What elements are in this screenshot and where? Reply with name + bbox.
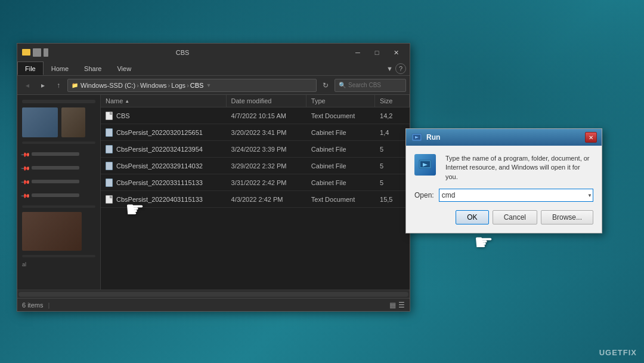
file-type-cell: Cabinet File — [306, 179, 375, 186]
file-size-cell: 5 — [375, 146, 410, 153]
sidebar-label-al: al — [17, 260, 100, 269]
help-icon[interactable]: ? — [395, 63, 406, 74]
path-logs: Logs — [171, 82, 185, 89]
file-date-cell: 3/31/2022 2:42 PM — [227, 179, 306, 186]
run-body: Type the name of a program, folder, docu… — [406, 146, 602, 233]
sidebar-pin-item-3[interactable]: 📌 — [22, 175, 95, 188]
col-header-type[interactable]: Type — [306, 95, 375, 107]
sidebar: 📌 📌 📌 📌 — [17, 95, 101, 290]
horizontal-scrollbar[interactable] — [17, 290, 410, 298]
file-type-cell: Cabinet File — [306, 162, 375, 170]
run-app-icon — [414, 154, 436, 176]
status-bar: 6 items | ▦ ☰ — [17, 298, 410, 311]
cancel-button[interactable]: Cancel — [493, 210, 537, 224]
folder-small-icon: 📁 — [72, 82, 78, 88]
search-box: 🔍 — [335, 79, 406, 92]
table-row[interactable]: CbsPersist_20220329114032 3/29/2022 2:32… — [101, 158, 410, 174]
watermark: UGETFIX — [599, 348, 637, 357]
run-dialog-title: Run — [426, 133, 581, 141]
sidebar-thumbnail-2 — [61, 107, 85, 137]
cab-icon — [106, 179, 113, 187]
file-type-cell: Cabinet File — [306, 129, 375, 136]
col-header-size[interactable]: Size — [375, 95, 410, 107]
tab-share[interactable]: Share — [76, 61, 109, 75]
sidebar-section-1 — [22, 100, 95, 103]
tab-home[interactable]: Home — [44, 61, 76, 75]
main-area: 📌 📌 📌 📌 — [17, 95, 410, 290]
file-type-cell: Cabinet File — [306, 146, 375, 153]
sidebar-section-2 — [22, 141, 95, 144]
title-bar: CBS ─ □ ✕ — [17, 44, 410, 61]
folder-icon — [22, 49, 30, 56]
file-name-cell: CBS — [101, 112, 227, 120]
txt-icon — [106, 195, 113, 204]
file-size-cell: 5 — [375, 162, 410, 170]
item-count: 6 items — [22, 302, 43, 309]
file-date-cell: 4/7/2022 10:15 AM — [227, 112, 306, 119]
col-header-date[interactable]: Date modified — [227, 95, 306, 107]
sidebar-pin-item-2[interactable]: 📌 — [22, 161, 95, 174]
maximize-button[interactable]: □ — [368, 47, 386, 59]
file-size-cell: 15,5 — [375, 196, 410, 203]
tab-view[interactable]: View — [109, 61, 139, 75]
detail-view-icon[interactable]: ☰ — [398, 301, 405, 309]
cursor-hand-dialog: ☛ — [474, 230, 493, 255]
address-bar: ◂ ▸ ↑ 📁 Windows-SSD (C:) › Windows › Log… — [17, 76, 410, 95]
close-button[interactable]: ✕ — [387, 47, 405, 59]
back-button[interactable]: ◂ — [21, 79, 34, 92]
window-controls: ─ □ ✕ — [349, 47, 405, 59]
sidebar-pin-item-1[interactable]: 📌 — [22, 147, 95, 161]
run-input-wrap: ▼ — [439, 189, 593, 202]
run-close-button[interactable]: ✕ — [585, 132, 597, 143]
path-cbs: CBS — [190, 82, 204, 89]
file-name-cell: CbsPersist_20220329114032 — [101, 162, 227, 170]
file-type-cell: Text Document — [306, 196, 375, 203]
explorer-window: CBS ─ □ ✕ File Home Share View ▼ ? ◂ ▸ ↑… — [17, 43, 410, 312]
table-row[interactable]: CbsPersist_20220324123954 3/24/2022 3:39… — [101, 141, 410, 158]
file-name-cell: CbsPersist_20220324123954 — [101, 145, 227, 153]
table-row[interactable]: CbsPersist_20220320125651 3/20/2022 3:41… — [101, 124, 410, 141]
file-date-cell: 3/24/2022 3:39 PM — [227, 146, 306, 153]
file-list-area: Name ▲ Date modified Type Size CBS — [101, 95, 410, 290]
cab-icon — [106, 128, 113, 137]
tab-file[interactable]: File — [17, 61, 44, 75]
forward-button[interactable]: ▸ — [36, 79, 49, 92]
table-row[interactable]: CbsPersist_20220403115133 4/3/2022 2:42 … — [101, 191, 410, 208]
pin-icon-4: 📌 — [21, 190, 30, 200]
file-name-cell: CbsPersist_20220331115133 — [101, 179, 227, 187]
file-size-cell: 5 — [375, 179, 410, 186]
file-size-cell: 14,2 — [375, 112, 410, 119]
path-dropdown-icon[interactable]: ▼ — [206, 82, 211, 88]
sidebar-pin-item-4[interactable]: 📌 — [22, 189, 95, 202]
list-view-icon[interactable]: ▦ — [389, 301, 396, 309]
ok-button[interactable]: OK — [456, 210, 488, 224]
sidebar-thumbnail-3 — [22, 212, 82, 251]
browse-button[interactable]: Browse... — [541, 210, 593, 224]
txt-icon — [106, 112, 113, 120]
address-path[interactable]: 📁 Windows-SSD (C:) › Windows › Logs › CB… — [67, 79, 317, 92]
table-row[interactable]: CbsPersist_20220331115133 3/31/2022 2:42… — [101, 174, 410, 191]
ribbon: File Home Share View ▼ ? — [17, 61, 410, 76]
cab-icon — [106, 162, 113, 170]
run-dropdown-arrow[interactable]: ▼ — [587, 193, 592, 198]
run-title-bar: Run ✕ — [406, 129, 602, 146]
run-buttons: OK Cancel Browse... — [414, 210, 593, 224]
run-top: Type the name of a program, folder, docu… — [414, 154, 593, 182]
run-input[interactable] — [439, 189, 593, 202]
col-header-name[interactable]: Name ▲ — [101, 95, 227, 107]
run-open-row: Open: ▼ — [414, 189, 593, 202]
minimize-button[interactable]: ─ — [349, 47, 367, 59]
search-input[interactable] — [348, 82, 396, 88]
file-date-cell: 3/20/2022 3:41 PM — [227, 129, 306, 136]
scroll-track[interactable] — [18, 292, 408, 297]
file-type-cell: Text Document — [306, 112, 375, 119]
run-open-label: Open: — [414, 191, 434, 199]
refresh-button[interactable]: ↻ — [319, 79, 332, 92]
up-button[interactable]: ↑ — [52, 79, 65, 92]
ribbon-expand-icon[interactable]: ▼ — [386, 65, 393, 72]
pin-icon-2: 📌 — [21, 163, 30, 173]
pin-icon-3: 📌 — [21, 177, 30, 186]
run-dialog: Run ✕ Type the name of a program, folder… — [405, 128, 602, 233]
pin-icon-1: 📌 — [21, 149, 30, 159]
table-row[interactable]: CBS 4/7/2022 10:15 AM Text Document 14,2 — [101, 107, 410, 124]
